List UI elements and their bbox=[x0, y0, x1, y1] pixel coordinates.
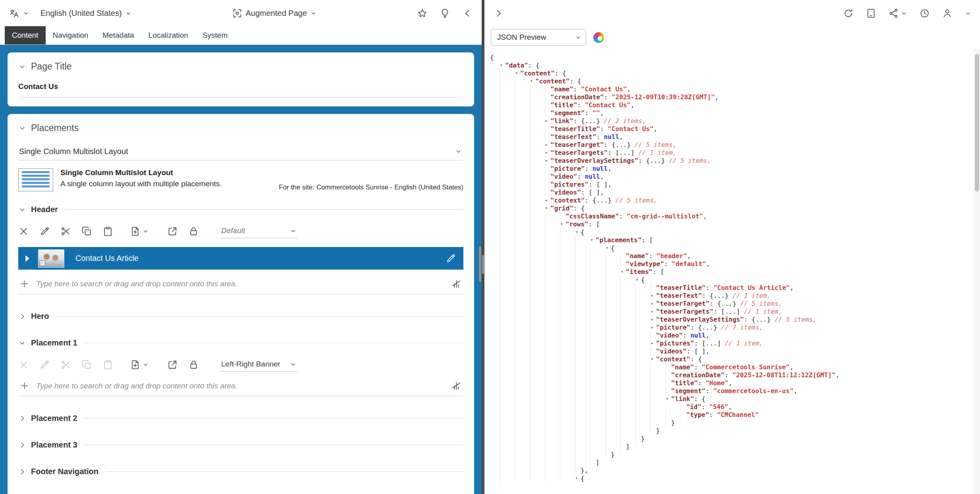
header-section-toggle[interactable]: Header bbox=[18, 205, 463, 214]
create-content-button[interactable] bbox=[130, 226, 149, 237]
edit-button[interactable] bbox=[39, 359, 50, 370]
header-linked-item[interactable]: Contact Us Article bbox=[18, 247, 463, 270]
chevron-down-icon[interactable] bbox=[455, 148, 462, 155]
right-scrollbar-track[interactable] bbox=[974, 48, 980, 494]
json-token: "link" bbox=[550, 117, 573, 125]
collapse-node-icon[interactable]: ▾ bbox=[550, 220, 565, 228]
chevron-down-icon[interactable] bbox=[290, 228, 297, 234]
chevron-down-icon[interactable] bbox=[575, 34, 582, 41]
placement1-section-toggle[interactable]: Placement 1 bbox=[18, 338, 463, 347]
collapse-node-icon[interactable]: ▾ bbox=[611, 268, 626, 276]
collapse-node-icon[interactable]: ▾ bbox=[656, 395, 671, 403]
collapse-node-icon[interactable]: ▾ bbox=[535, 204, 550, 212]
splitter-grip[interactable] bbox=[482, 255, 484, 274]
chevron-down-icon[interactable] bbox=[125, 10, 132, 17]
collapse-node-icon[interactable]: ▾ bbox=[581, 236, 596, 244]
collapse-node-icon[interactable]: ▾ bbox=[641, 355, 656, 363]
paste-button[interactable] bbox=[102, 359, 113, 370]
chevron-down-icon[interactable] bbox=[142, 361, 149, 368]
tab-system[interactable]: System bbox=[195, 26, 235, 44]
page-title-input[interactable]: Contact Us bbox=[18, 82, 463, 98]
theme-palette-icon[interactable] bbox=[593, 32, 604, 43]
paste-button[interactable] bbox=[102, 226, 113, 237]
expand-node-icon[interactable]: ▸ bbox=[535, 141, 550, 149]
open-in-tab-button[interactable] bbox=[167, 359, 178, 370]
chevron-down-icon[interactable] bbox=[142, 228, 149, 235]
page-title-section-toggle[interactable]: Page Title bbox=[18, 61, 463, 72]
right-scrollbar-thumb[interactable] bbox=[975, 54, 979, 191]
expand-node-icon[interactable]: ▸ bbox=[641, 315, 656, 323]
expand-item-icon[interactable] bbox=[25, 255, 29, 262]
edit-button[interactable] bbox=[39, 226, 50, 237]
layout-select[interactable]: Single Column Multislot Layout bbox=[18, 147, 463, 160]
header-drop-area[interactable]: Type here to search or drag and drop con… bbox=[18, 276, 463, 294]
collapse-pane-icon[interactable] bbox=[462, 8, 473, 19]
tab-localization[interactable]: Localization bbox=[141, 26, 195, 44]
json-token: null bbox=[604, 133, 619, 141]
pencil-icon bbox=[39, 226, 50, 237]
expand-node-icon[interactable]: ▸ bbox=[535, 117, 550, 125]
expand-node-icon[interactable]: ▸ bbox=[535, 196, 550, 204]
chevron-down-icon[interactable] bbox=[310, 10, 317, 17]
lightbulb-icon[interactable] bbox=[440, 8, 450, 19]
header-viewtype-select[interactable]: Default bbox=[220, 224, 297, 238]
expand-node-icon[interactable]: ▸ bbox=[535, 156, 550, 164]
chevron-down-icon[interactable] bbox=[23, 10, 29, 17]
tab-navigation[interactable]: Navigation bbox=[46, 26, 96, 44]
user-variant-icon[interactable] bbox=[942, 8, 953, 19]
footer-navigation-section-toggle[interactable]: Footer Navigation bbox=[18, 467, 463, 476]
create-content-button[interactable] bbox=[130, 359, 149, 370]
remove-button[interactable] bbox=[18, 359, 29, 370]
tab-metadata[interactable]: Metadata bbox=[95, 26, 141, 44]
bars-slash-icon[interactable] bbox=[451, 380, 462, 391]
item-edit-button[interactable] bbox=[446, 253, 456, 264]
collapse-node-icon[interactable]: ▾ bbox=[626, 276, 641, 284]
collapse-node-icon[interactable]: ▾ bbox=[505, 69, 520, 77]
placement1-drop-area[interactable]: Type here to search or drag and drop con… bbox=[18, 378, 463, 396]
collapse-node-icon[interactable]: ▾ bbox=[596, 244, 611, 252]
preview-mode-select[interactable]: JSON Preview bbox=[491, 29, 586, 46]
expand-node-icon[interactable]: ▸ bbox=[641, 291, 656, 299]
indent-guide bbox=[581, 323, 596, 331]
placement3-section-toggle[interactable]: Placement 3 bbox=[18, 440, 463, 450]
tab-content[interactable]: Content bbox=[5, 26, 46, 44]
copy-button[interactable] bbox=[81, 359, 92, 370]
content-type-select[interactable]: Augmented Page bbox=[232, 8, 317, 19]
reload-preview-icon[interactable] bbox=[843, 8, 854, 19]
expand-node-icon[interactable]: ▸ bbox=[535, 149, 550, 156]
collapse-node-icon[interactable]: ▾ bbox=[565, 474, 581, 482]
expand-node-icon[interactable]: ▸ bbox=[641, 323, 656, 331]
left-scrollbar-thumb[interactable] bbox=[479, 246, 481, 282]
placement2-section-toggle[interactable]: Placement 2 bbox=[18, 414, 463, 423]
lock-button[interactable] bbox=[188, 359, 199, 370]
collapse-node-icon[interactable]: ▾ bbox=[520, 77, 535, 85]
indent-guide bbox=[505, 252, 520, 260]
chevron-down-icon[interactable] bbox=[901, 10, 907, 17]
hero-section-toggle[interactable]: Hero bbox=[18, 312, 463, 321]
chevron-down-icon[interactable] bbox=[965, 10, 971, 17]
locale-select[interactable]: English (United States) bbox=[41, 9, 132, 18]
collapse-node-icon[interactable]: ▾ bbox=[490, 61, 505, 69]
cut-button[interactable] bbox=[60, 226, 71, 237]
bookmark-star-icon[interactable] bbox=[417, 8, 428, 19]
placement1-viewtype-select[interactable]: Left-Right Banner bbox=[220, 358, 297, 372]
device-preview-icon[interactable] bbox=[866, 8, 876, 19]
pane-splitter[interactable] bbox=[482, 0, 484, 494]
indent-guide bbox=[581, 411, 596, 419]
collapse-node-icon[interactable]: ▾ bbox=[565, 228, 581, 236]
expand-node-icon[interactable]: ▸ bbox=[641, 339, 656, 347]
open-in-tab-button[interactable] bbox=[167, 226, 178, 237]
expand-node-icon[interactable]: ▸ bbox=[641, 307, 656, 315]
placements-section-toggle[interactable]: Placements bbox=[18, 123, 463, 133]
share-menu[interactable] bbox=[888, 8, 907, 19]
bars-slash-icon[interactable] bbox=[451, 278, 462, 289]
remove-button[interactable] bbox=[18, 226, 29, 237]
translation-menu[interactable] bbox=[9, 8, 29, 19]
chevron-down-icon[interactable] bbox=[290, 361, 297, 368]
copy-button[interactable] bbox=[81, 226, 92, 237]
cut-button[interactable] bbox=[60, 359, 71, 370]
lock-button[interactable] bbox=[188, 226, 199, 237]
expand-pane-icon[interactable] bbox=[493, 8, 504, 19]
expand-node-icon[interactable]: ▸ bbox=[641, 299, 656, 307]
time-travel-icon[interactable] bbox=[919, 8, 930, 19]
